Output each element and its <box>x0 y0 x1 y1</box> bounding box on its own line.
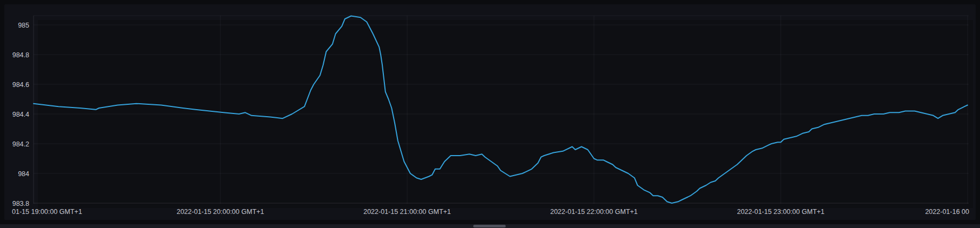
y-axis-tick-label: 985 <box>18 22 29 29</box>
horizontal-scrollbar-track[interactable] <box>0 224 980 228</box>
x-axis-tick-label: 01-15 19:00:00 GMT+1 <box>12 208 82 216</box>
y-axis-tick-label: 984 <box>18 170 29 178</box>
x-axis-tick-label: 2022-01-15 20:00:00 GMT+1 <box>177 208 264 216</box>
y-axis-tick-label: 984.8 <box>12 51 29 59</box>
x-axis-tick-label: 2022-01-16 00 <box>925 208 969 216</box>
y-axis-tick-label: 984.6 <box>12 81 29 89</box>
x-axis-tick-label: 2022-01-15 21:00:00 GMT+1 <box>363 208 451 216</box>
x-axis-tick-label: 2022-01-15 23:00:00 GMT+1 <box>737 208 825 216</box>
chart-plot-area[interactable] <box>34 16 969 204</box>
y-axis-tick-label: 984.2 <box>12 140 29 148</box>
horizontal-scrollbar-thumb[interactable] <box>473 225 506 227</box>
x-axis-tick-label: 2022-01-15 22:00:00 GMT+1 <box>550 208 638 216</box>
y-axis-tick-label: 984.4 <box>12 111 29 118</box>
y-axis-tick-label: 983.8 <box>12 200 29 207</box>
time-series-chart[interactable]: 985984.8984.6984.4984.2984983.801-15 19:… <box>0 0 980 228</box>
